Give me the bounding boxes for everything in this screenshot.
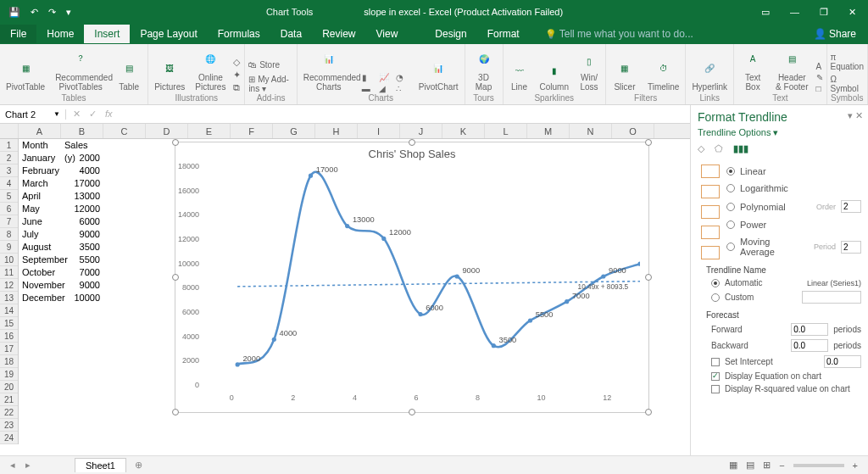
- store-button[interactable]: 🛍 Store: [248, 60, 280, 70]
- column-header[interactable]: O: [612, 124, 654, 138]
- row-header[interactable]: 9: [0, 241, 18, 254]
- cell[interactable]: June: [19, 215, 61, 228]
- screenshot-icon[interactable]: ⧉: [233, 82, 241, 93]
- column-header[interactable]: M: [527, 124, 570, 138]
- cell[interactable]: 5500: [61, 254, 103, 266]
- recommended-charts-button[interactable]: 📊Recommended Charts: [301, 44, 357, 93]
- equation-button[interactable]: π Equation: [831, 53, 864, 71]
- header-footer-button[interactable]: ▤Header & Footer: [773, 44, 810, 93]
- view-pagebreak-icon[interactable]: ⊞: [763, 460, 771, 471]
- cell[interactable]: March: [19, 177, 61, 190]
- order-input[interactable]: [841, 200, 861, 213]
- row-header[interactable]: 3: [0, 165, 18, 177]
- wordart-icon[interactable]: A: [816, 62, 823, 71]
- object-icon[interactable]: □: [816, 84, 823, 93]
- pane-subtitle[interactable]: Trendline Options ▾: [698, 127, 861, 138]
- cancel-formula-icon[interactable]: ✕: [73, 109, 81, 120]
- chevron-down-icon[interactable]: ▼: [53, 110, 60, 118]
- new-sheet-icon[interactable]: ⊕: [126, 460, 151, 471]
- column-header[interactable]: N: [570, 124, 612, 138]
- pane-close-icon[interactable]: ▾ ✕: [848, 110, 863, 121]
- chart-type-line-icon[interactable]: 📈: [379, 73, 394, 82]
- chk-display-equation[interactable]: [711, 372, 720, 381]
- cell[interactable]: 9000: [61, 279, 103, 292]
- column-header[interactable]: C: [103, 124, 146, 138]
- shapes-icon[interactable]: ◇: [233, 57, 241, 68]
- row-header[interactable]: 15: [0, 317, 18, 330]
- cell[interactable]: 10000: [61, 292, 103, 304]
- chk-display-rsquared[interactable]: [711, 385, 720, 393]
- symbol-button[interactable]: Ω Symbol: [831, 75, 864, 93]
- cell[interactable]: 6000: [61, 215, 103, 228]
- chart-handle[interactable]: [645, 274, 652, 281]
- custom-name-input[interactable]: [802, 291, 861, 304]
- column-header[interactable]: A: [19, 124, 61, 138]
- cell[interactable]: January: [19, 152, 61, 165]
- row-header[interactable]: 13: [0, 292, 18, 304]
- row-header[interactable]: 5: [0, 190, 18, 203]
- row-header[interactable]: 7: [0, 215, 18, 228]
- cell[interactable]: 2000: [61, 152, 103, 165]
- row-header[interactable]: 22: [0, 406, 18, 419]
- row-header[interactable]: 24: [0, 432, 18, 444]
- 3d-map-button[interactable]: 🌍3D Map: [469, 44, 499, 93]
- zoom-out-icon[interactable]: −: [779, 460, 784, 471]
- cell[interactable]: Month: [19, 139, 61, 152]
- view-normal-icon[interactable]: ▦: [729, 460, 737, 471]
- tell-me-input[interactable]: Tell me what you want to do...: [530, 28, 802, 40]
- radio-power[interactable]: [726, 220, 735, 229]
- chart-handle[interactable]: [645, 409, 652, 415]
- column-header[interactable]: E: [188, 124, 231, 138]
- column-header[interactable]: K: [442, 124, 485, 138]
- cell[interactable]: 3500: [61, 241, 103, 254]
- pictures-button[interactable]: 🖼Pictures: [152, 53, 187, 93]
- column-header[interactable]: F: [231, 124, 273, 138]
- chart-handle[interactable]: [172, 139, 179, 146]
- row-header[interactable]: 20: [0, 381, 18, 393]
- cell[interactable]: July: [19, 228, 61, 241]
- cell[interactable]: February: [19, 165, 61, 177]
- row-header[interactable]: 1: [0, 139, 18, 152]
- fx-icon[interactable]: fx: [105, 109, 113, 120]
- tab-chart-format[interactable]: Format: [477, 25, 530, 43]
- redo-icon[interactable]: ↷: [48, 7, 56, 18]
- recommended-pivottables-button[interactable]: ？Recommended PivotTables: [53, 44, 108, 93]
- period-input[interactable]: [841, 241, 861, 254]
- cell[interactable]: 7000: [61, 266, 103, 279]
- ribbon-display-icon[interactable]: ▭: [761, 7, 770, 18]
- radio-moving-average[interactable]: [726, 243, 735, 251]
- cell[interactable]: December: [19, 292, 61, 304]
- options-tab-icon[interactable]: ▮▮▮: [733, 143, 748, 154]
- row-header[interactable]: 11: [0, 266, 18, 279]
- enter-formula-icon[interactable]: ✓: [89, 109, 97, 120]
- chart-handle[interactable]: [409, 139, 415, 146]
- sparkline-line-button[interactable]: 〰Line: [507, 59, 532, 93]
- cell[interactable]: October: [19, 266, 61, 279]
- chart-type-area-icon[interactable]: ◢: [379, 84, 394, 93]
- row-header[interactable]: 12: [0, 279, 18, 292]
- cell[interactable]: 12000: [61, 203, 103, 215]
- column-header[interactable]: B: [61, 124, 103, 138]
- undo-icon[interactable]: ↶: [31, 7, 38, 18]
- cell[interactable]: November: [19, 279, 61, 292]
- radio-linear[interactable]: [726, 167, 735, 176]
- tab-file[interactable]: File: [0, 25, 36, 43]
- cell[interactable]: 13000: [61, 190, 103, 203]
- column-header[interactable]: H: [315, 124, 358, 138]
- tab-view[interactable]: View: [366, 25, 409, 43]
- cell[interactable]: 4000: [61, 165, 103, 177]
- save-icon[interactable]: 💾: [8, 7, 20, 18]
- zoom-in-icon[interactable]: +: [853, 460, 858, 471]
- sheet-nav-prev-icon[interactable]: ◂: [0, 460, 25, 471]
- tab-review[interactable]: Review: [312, 25, 365, 43]
- pivotchart-button[interactable]: 📊PivotChart: [416, 53, 461, 93]
- name-box[interactable]: Chart 2▼: [0, 109, 66, 120]
- qat-dropdown-icon[interactable]: ▾: [66, 7, 71, 18]
- chart-plot-area[interactable]: 2000400017000130001200060009000350055007…: [201, 162, 640, 391]
- tab-page-layout[interactable]: Page Layout: [130, 25, 207, 43]
- share-button[interactable]: 👤 Share: [802, 28, 868, 40]
- chart-handle[interactable]: [172, 409, 179, 415]
- close-icon[interactable]: ✕: [849, 7, 856, 18]
- online-pictures-button[interactable]: 🌐Online Pictures: [192, 44, 228, 93]
- row-header[interactable]: 14: [0, 304, 18, 317]
